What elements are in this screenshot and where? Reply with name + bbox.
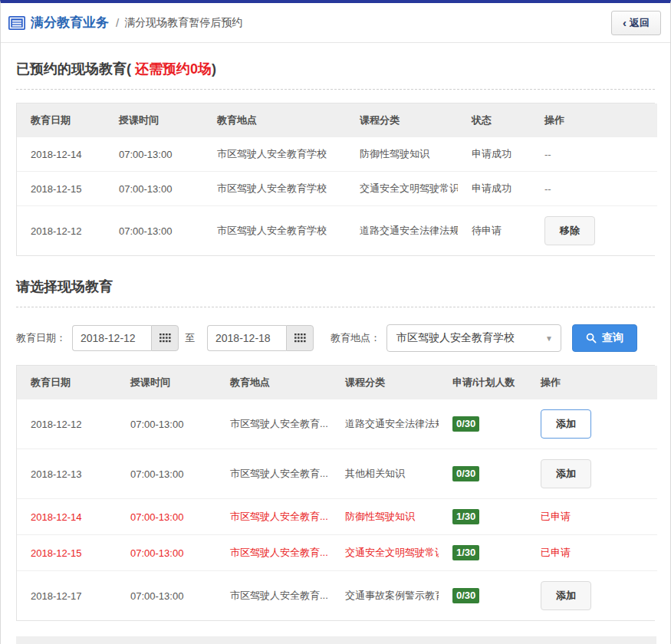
schedule-table: 教育日期 授课时间 教育地点 课程分类 申请/计划人数 操作 2018-12-1… [16,365,655,621]
search-button[interactable]: 查询 [572,324,637,352]
cell-course: 交通安全文明驾驶常识 [346,172,458,206]
capacity-badge: 0/30 [452,466,479,481]
booked-row-1: 2018-12-14 07:00-13:00 市区驾驶人安全教育学校 防御性驾驶… [17,137,657,172]
chevron-left-icon: ‹ [623,17,627,28]
col-header-time: 授课时间 [117,366,216,399]
cell-place: 市区驾驶人安全教育... [216,535,331,571]
cell-date: 2018-12-15 [17,535,117,571]
capacity-badge: 1/30 [452,509,479,524]
caret-down-icon: ▼ [545,334,553,343]
cell-course: 防御性驾驶知识 [331,499,439,535]
col-header-action: 操作 [527,366,657,399]
col-header-date: 教育日期 [17,366,117,399]
applied-status-text: 已申请 [541,547,571,558]
col-header-course: 课程分类 [346,104,458,137]
cell-time: 07:00-13:00 [105,137,203,172]
place-select-value: 市区驾驶人安全教育学校 [396,331,515,345]
capacity-badge: 0/30 [452,416,479,432]
cell-place: 市区驾驶人安全教育... [216,399,331,449]
applied-status-text: 已申请 [541,511,571,522]
app-title[interactable]: 满分教育业务 [31,14,109,31]
page-frame: 满分教育业务 / 满分现场教育暂停后预约 ‹ 返回 已预约的现场教育( 还需预约… [0,0,671,644]
booked-row-2: 2018-12-15 07:00-13:00 市区驾驶人安全教育学校 交通安全文… [17,172,657,206]
add-button[interactable]: 添加 [541,409,591,439]
cell-course: 防御性驾驶知识 [346,137,458,172]
filter-bar: 教育日期： 至 [16,324,655,352]
cell-place: 市区驾驶人安全教育... [216,449,331,499]
back-button[interactable]: ‹ 返回 [611,11,661,35]
cell-place: 市区驾驶人安全教育学校 [203,172,346,206]
date-to-group [207,325,314,351]
calendar-grid-icon[interactable] [286,325,314,351]
cell-status: 申请成功 [458,172,531,206]
col-header-date: 教育日期 [17,104,105,137]
date-from-group [72,325,179,351]
cell-course: 交通事故案例警示教育 [331,571,439,621]
cell-course: 道路交通安全法律法规 [331,399,439,449]
add-button[interactable]: 添加 [541,581,591,610]
add-button[interactable]: 添加 [541,459,591,488]
schedule-row-4: 2018-12-15 07:00-13:00 市区驾驶人安全教育... 交通安全… [17,535,657,571]
cell-place: 市区驾驶人安全教育... [216,571,331,621]
select-section-title: 请选择现场教育 [16,278,655,296]
place-filter-label: 教育地点： [331,331,380,345]
date-filter-label: 教育日期： [16,331,66,345]
col-header-time: 授课时间 [105,104,203,137]
list-icon [8,16,25,30]
search-button-label: 查询 [602,331,623,345]
schedule-row-1: 2018-12-12 07:00-13:00 市区驾驶人安全教育... 道路交通… [17,399,657,449]
cell-date: 2018-12-13 [17,449,117,499]
breadcrumb-separator: / [116,16,119,29]
col-header-course: 课程分类 [331,366,439,399]
schedule-row-3: 2018-12-14 07:00-13:00 市区驾驶人安全教育... 防御性驾… [17,499,657,535]
capacity-badge: 1/30 [452,545,479,560]
schedule-row-5: 2018-12-17 07:00-13:00 市区驾驶人安全教育... 交通事故… [17,571,657,621]
col-header-action: 操作 [531,104,657,137]
booked-table-header-row: 教育日期 授课时间 教育地点 课程分类 状态 操作 [17,104,657,137]
magnifier-icon [586,333,597,343]
cell-time: 07:00-13:00 [117,399,216,449]
date-range-to-label: 至 [185,331,195,345]
cell-status: 待申请 [458,206,531,256]
col-header-status: 状态 [458,104,531,137]
col-header-place: 教育地点 [216,366,331,399]
back-button-label: 返回 [630,16,650,30]
remaining-count-highlight: 还需预约0场 [131,61,212,77]
cell-status: 申请成功 [458,137,531,172]
cell-time: 07:00-13:00 [117,535,216,571]
cell-place: 市区驾驶人安全教育学校 [203,137,346,172]
cell-course: 交通安全文明驾驶常识 [331,535,439,571]
col-header-place: 教育地点 [203,104,346,137]
cell-date: 2018-12-14 [17,137,105,172]
date-to-input[interactable] [207,325,286,351]
booked-table: 教育日期 授课时间 教育地点 课程分类 状态 操作 2018-12-14 07:… [16,103,655,256]
cell-date: 2018-12-12 [17,399,117,449]
cell-date: 2018-12-17 [17,571,117,621]
cell-date: 2018-12-14 [17,499,117,535]
calendar-grid-icon[interactable] [151,325,179,351]
schedule-table-header-row: 教育日期 授课时间 教育地点 课程分类 申请/计划人数 操作 [17,366,657,399]
capacity-badge: 0/30 [452,588,479,603]
place-select[interactable]: 市区驾驶人安全教育学校 ▼ [386,324,561,352]
remove-button[interactable]: 移除 [544,216,595,245]
cell-time: 07:00-13:00 [117,499,216,535]
breadcrumb-current-page: 满分现场教育暂停后预约 [124,16,242,30]
cell-place: 市区驾驶人安全教育学校 [203,206,346,256]
booked-section-title: 已预约的现场教育( 还需预约0场) [16,60,655,78]
no-action-placeholder: -- [544,183,551,195]
cell-time: 07:00-13:00 [117,571,216,621]
record-count-bar: 共 5 条数据 [16,636,656,644]
breadcrumb: 满分教育业务 / 满分现场教育暂停后预约 [8,14,242,31]
cell-course: 其他相关知识 [331,449,439,499]
cell-time: 07:00-13:00 [105,206,203,256]
schedule-row-2: 2018-12-13 07:00-13:00 市区驾驶人安全教育... 其他相关… [17,449,657,499]
cell-time: 07:00-13:00 [105,172,203,206]
col-header-capacity: 申请/计划人数 [439,366,527,399]
cell-course: 道路交通安全法律法规 [346,206,458,256]
section-divider [16,89,655,90]
cell-date: 2018-12-15 [17,172,105,206]
date-from-input[interactable] [72,325,151,351]
cell-date: 2018-12-12 [17,206,105,256]
page-header: 满分教育业务 / 满分现场教育暂停后预约 ‹ 返回 [1,3,670,43]
cell-time: 07:00-13:00 [117,449,216,499]
